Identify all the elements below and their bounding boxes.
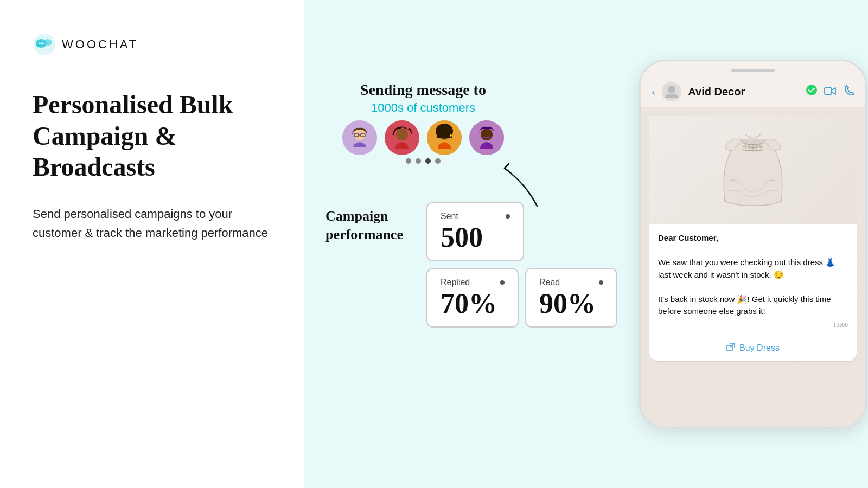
stats-grid: Sent 500 Replied 70%	[426, 202, 617, 328]
demo-container: Sending message to 1000s of customers	[326, 60, 867, 428]
phone-header: ‹ Avid Decor	[641, 76, 865, 107]
dot-1	[406, 158, 411, 164]
left-panel: WOOCHAT Personalised Bulk Campaign & Bro…	[0, 0, 304, 488]
phone-call-icon[interactable]	[845, 85, 854, 99]
stats-bottom: Replied 70% Read 90%	[426, 268, 617, 328]
stats-top: Sent 500	[426, 202, 617, 261]
avatar-3	[427, 120, 462, 155]
avatar-4	[469, 120, 504, 155]
svg-point-6	[41, 43, 42, 44]
svg-point-4	[43, 39, 52, 46]
right-panel: Sending message to 1000s of customers	[304, 0, 868, 488]
phone-body: Dear Customer, We saw that you were chec…	[641, 107, 865, 427]
contact-name: Avid Decor	[688, 86, 799, 98]
avatar-1	[342, 120, 377, 155]
dot-4	[435, 158, 441, 164]
dot-2	[416, 158, 421, 164]
sending-subtitle: 1000s of customers	[371, 101, 475, 114]
avatars-row	[326, 120, 521, 155]
logo-area: WOOCHAT	[33, 33, 271, 56]
stat-replied: Replied 70%	[426, 268, 519, 328]
buy-button-label: Buy Dress	[739, 343, 780, 353]
svg-rect-24	[825, 88, 832, 94]
read-dot	[599, 280, 603, 285]
stat-sent-value: 500	[441, 223, 510, 252]
stat-replied-value: 70%	[441, 290, 505, 318]
message-salutation: Dear Customer,	[658, 233, 718, 242]
message-line1: We saw that you were checking out this d…	[658, 258, 835, 279]
stat-sent: Sent 500	[426, 202, 524, 261]
stat-read: Read 90%	[525, 268, 617, 328]
video-call-icon[interactable]	[824, 86, 836, 98]
description: Send personalised campaigns to your cust…	[33, 204, 271, 242]
message-text: Dear Customer, We saw that you were chec…	[658, 232, 848, 318]
stat-sent-label: Sent	[441, 211, 510, 221]
svg-point-3	[37, 44, 40, 47]
svg-point-22	[668, 86, 675, 93]
external-link-icon	[726, 343, 735, 354]
message-time: 13:00	[658, 321, 848, 329]
verified-badge	[806, 84, 818, 99]
svg-point-14	[396, 129, 408, 140]
sending-title: Sending message to	[326, 81, 521, 99]
svg-point-23	[806, 85, 817, 95]
message-text-area: Dear Customer, We saw that you were chec…	[649, 224, 857, 335]
svg-point-20	[481, 129, 493, 140]
woochat-logo-icon	[33, 33, 56, 56]
replied-dot	[500, 280, 505, 285]
demo-left: Sending message to 1000s of customers	[326, 60, 617, 328]
dots-row	[326, 158, 521, 164]
stat-read-label: Read	[539, 278, 603, 287]
notch-pill	[731, 69, 775, 72]
message-line2: It's back in stock now 🎉! Get it quickly…	[658, 294, 831, 316]
sent-dot	[506, 214, 510, 219]
headline: Personalised Bulk Campaign & Broadcasts	[33, 89, 271, 183]
phone-notch	[641, 61, 865, 76]
phone-mockup: ‹ Avid Decor	[639, 60, 867, 428]
message-bubble: Dear Customer, We saw that you were chec…	[649, 116, 857, 361]
logo-text: WOOCHAT	[62, 37, 138, 52]
svg-point-5	[39, 43, 41, 44]
back-button[interactable]: ‹	[652, 85, 655, 99]
svg-point-18	[450, 134, 452, 137]
avatar-2	[385, 120, 419, 155]
stat-replied-label: Replied	[441, 278, 505, 287]
dot-3	[425, 158, 431, 164]
svg-point-7	[42, 43, 44, 44]
sending-message-box: Sending message to 1000s of customers	[326, 81, 521, 164]
campaign-section: Campaign performance Sent 500	[326, 202, 617, 328]
buy-dress-button[interactable]: Buy Dress	[649, 335, 857, 361]
campaign-performance-label: Campaign performance	[326, 202, 418, 244]
product-image	[649, 116, 857, 224]
stat-read-value: 90%	[539, 290, 603, 318]
header-actions	[824, 85, 854, 99]
contact-avatar	[662, 82, 681, 101]
